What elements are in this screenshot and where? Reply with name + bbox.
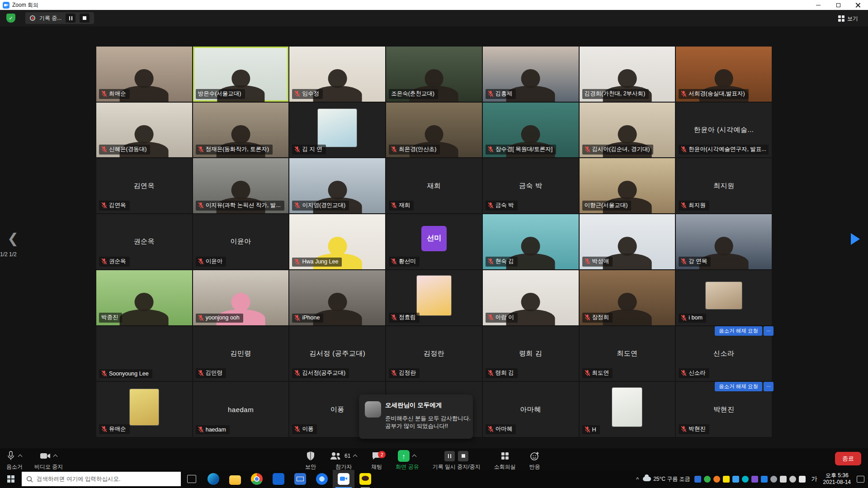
close-button[interactable] bbox=[848, 0, 868, 10]
participant-tile[interactable]: 김시아(김순녀, 경기대) bbox=[580, 103, 675, 158]
participant-tile[interactable]: 김경희(가천대, 2부사회) bbox=[580, 47, 675, 102]
chevron-up-icon[interactable] bbox=[19, 455, 23, 457]
participant-tile[interactable]: 아람 이 bbox=[483, 270, 579, 325]
breakout-rooms-button[interactable]: 소회의실 bbox=[494, 450, 516, 471]
participant-tile[interactable]: 한윤아 (시각예술...한윤아(시각예술연구자, 발표... bbox=[676, 103, 772, 158]
zoom-taskbar-button[interactable] bbox=[333, 470, 354, 488]
browser-app-taskbar-button[interactable] bbox=[311, 470, 333, 488]
next-page-arrow[interactable] bbox=[851, 233, 860, 245]
start-button[interactable] bbox=[0, 470, 22, 488]
network-icon[interactable] bbox=[780, 476, 787, 483]
participant-tile[interactable]: 서희경(숭실대,발표자) bbox=[676, 47, 772, 102]
tray-bluetooth-icon[interactable] bbox=[761, 476, 768, 483]
participant-tile[interactable]: 김민령김민령 bbox=[193, 326, 289, 381]
maximize-button[interactable] bbox=[828, 0, 848, 10]
participant-tile[interactable]: Soonyoung Lee bbox=[96, 326, 192, 381]
leave-meeting-button[interactable]: 종료 bbox=[835, 452, 861, 465]
participant-tile[interactable]: 선미황선미 bbox=[386, 214, 482, 269]
more-options-button[interactable]: ... bbox=[764, 326, 774, 336]
hidden-icons-caret[interactable]: ^ bbox=[636, 476, 639, 483]
participant-tile[interactable]: 금숙 박금숙 박 bbox=[483, 158, 579, 213]
kakaotalk-taskbar-button[interactable] bbox=[354, 470, 376, 488]
minimize-button[interactable] bbox=[808, 0, 828, 10]
mail-app-taskbar-button[interactable] bbox=[289, 470, 311, 488]
participant-tile[interactable]: 현숙 김 bbox=[483, 214, 579, 269]
participant-tile[interactable]: 김연옥김연옥 bbox=[96, 158, 192, 213]
chevron-up-icon[interactable] bbox=[354, 455, 358, 457]
participant-tile[interactable]: 김서정 (공주교대)김서정(공주교대) bbox=[289, 326, 385, 381]
participant-tile[interactable]: 최지원최지원 bbox=[676, 158, 772, 213]
tray-orange-icon[interactable] bbox=[713, 476, 720, 483]
participants-button[interactable]: 61 참가자 bbox=[330, 450, 358, 471]
participant-tile[interactable]: 장정희 bbox=[580, 270, 675, 325]
participant-tile[interactable]: 유애순 bbox=[96, 382, 192, 437]
recording-controls-button[interactable]: 기록 일시 중지/중지 bbox=[433, 450, 481, 471]
pause-recording-button[interactable] bbox=[66, 14, 75, 23]
tray-gray-icon[interactable] bbox=[770, 476, 777, 483]
security-button[interactable]: 보안 bbox=[305, 450, 316, 471]
stop-recording-button[interactable] bbox=[80, 14, 90, 23]
participant-tile[interactable]: 최도연최도연 bbox=[580, 326, 675, 381]
ime-indicator[interactable]: 가 bbox=[810, 475, 819, 483]
chrome-taskbar-button[interactable] bbox=[246, 470, 268, 488]
participant-tile[interactable]: 이향근(서울교대) bbox=[580, 158, 675, 213]
ask-to-unmute-button[interactable]: 음소거 해제 요청 bbox=[715, 382, 762, 391]
participant-tile[interactable]: 이윤아이윤아 bbox=[193, 214, 289, 269]
mute-button[interactable]: 음소거 bbox=[6, 450, 23, 471]
mic-tray-icon[interactable] bbox=[799, 476, 806, 483]
participant-tile[interactable]: 임수정 bbox=[289, 47, 385, 102]
stop-video-button[interactable]: 비디오 중지 bbox=[34, 450, 63, 471]
edge-taskbar-button[interactable] bbox=[203, 470, 224, 488]
tray-green-icon[interactable] bbox=[704, 476, 711, 483]
participant-tile[interactable]: Hwa Jung Lee bbox=[289, 214, 385, 269]
participant-tile[interactable]: 방은수(서울교대) bbox=[193, 47, 289, 102]
participant-tile[interactable]: 김흥제 bbox=[483, 47, 579, 102]
tray-blue-icon[interactable] bbox=[732, 476, 739, 483]
chat-notification-popup[interactable]: 오세란님이 모두에게 준비해주신 분들 모두 감사합니다. 공부가 많이 되었습… bbox=[359, 394, 473, 439]
tray-teal-icon[interactable] bbox=[742, 476, 749, 483]
action-center-icon[interactable] bbox=[857, 476, 864, 483]
chevron-up-icon[interactable] bbox=[54, 455, 58, 457]
participant-tile[interactable]: 이지유(과학 논픽션 작가, 발... bbox=[193, 158, 289, 213]
participant-tile[interactable]: 박종진 bbox=[96, 270, 192, 325]
share-screen-button[interactable]: ↑ 화면 공유 bbox=[396, 450, 419, 471]
participant-tile[interactable]: 김정란김정란 bbox=[386, 326, 482, 381]
file-explorer-taskbar-button[interactable] bbox=[224, 470, 246, 488]
ask-to-unmute-button[interactable]: 음소거 해제 요청 bbox=[715, 326, 762, 336]
volume-icon[interactable] bbox=[789, 476, 796, 483]
more-options-button[interactable]: ... bbox=[764, 382, 774, 391]
participant-tile[interactable]: haedamhaedam bbox=[193, 382, 289, 437]
taskbar-clock[interactable]: 오후 5:36 2021-08-14 bbox=[823, 472, 851, 486]
participant-tile[interactable]: 신혜은(경동대) bbox=[96, 103, 192, 158]
participant-tile[interactable]: 권순옥권순옥 bbox=[96, 214, 192, 269]
participant-tile[interactable]: iPhone bbox=[289, 270, 385, 325]
chevron-up-icon[interactable] bbox=[413, 455, 417, 457]
tray-blue-v-icon[interactable] bbox=[694, 476, 701, 483]
previous-page-arrow[interactable]: ❮ bbox=[7, 230, 19, 248]
taskbar-search-input[interactable]: 검색하려면 여기에 입력하십시오. bbox=[22, 472, 181, 486]
participant-tile[interactable]: yoonjong ooh bbox=[193, 270, 289, 325]
stop-recording-icon[interactable] bbox=[458, 451, 468, 461]
view-button[interactable]: 보기 bbox=[838, 13, 858, 24]
meeting-info-shield-icon[interactable]: ✓ bbox=[6, 14, 15, 23]
participant-tile[interactable]: 령희 김령희 김 bbox=[483, 326, 579, 381]
reactions-button[interactable]: 반응 bbox=[529, 450, 540, 471]
participant-tile[interactable]: 이지영(경인교대) bbox=[289, 158, 385, 213]
participant-tile[interactable]: 최은경(안산초) bbox=[386, 103, 482, 158]
participant-tile[interactable]: 정재은(동화작가, 토론자) bbox=[193, 103, 289, 158]
participant-tile[interactable]: 최애순 bbox=[96, 47, 192, 102]
participant-tile[interactable]: 재희재희 bbox=[386, 158, 482, 213]
chat-button[interactable]: 2 채팅 bbox=[371, 450, 382, 471]
taskbar-weather[interactable]: 25°C 구름 조금 bbox=[643, 475, 690, 483]
participant-tile[interactable]: i bom bbox=[676, 270, 772, 325]
tray-kakaotalk-icon[interactable] bbox=[723, 476, 730, 483]
participant-tile[interactable]: 장수경[ 목원대/토론자] bbox=[483, 103, 579, 158]
participant-tile[interactable]: H bbox=[580, 382, 675, 437]
tray-purple-icon[interactable] bbox=[751, 476, 758, 483]
participant-tile[interactable]: 아마혜아마혜 bbox=[483, 382, 579, 437]
blue-app-taskbar-button[interactable] bbox=[268, 470, 289, 488]
participant-tile[interactable]: 정효림 bbox=[386, 270, 482, 325]
pause-recording-icon[interactable] bbox=[444, 451, 455, 461]
participant-tile[interactable]: 조은숙(춘천교대) bbox=[386, 47, 482, 102]
participant-tile[interactable]: 박성애 bbox=[580, 214, 675, 269]
